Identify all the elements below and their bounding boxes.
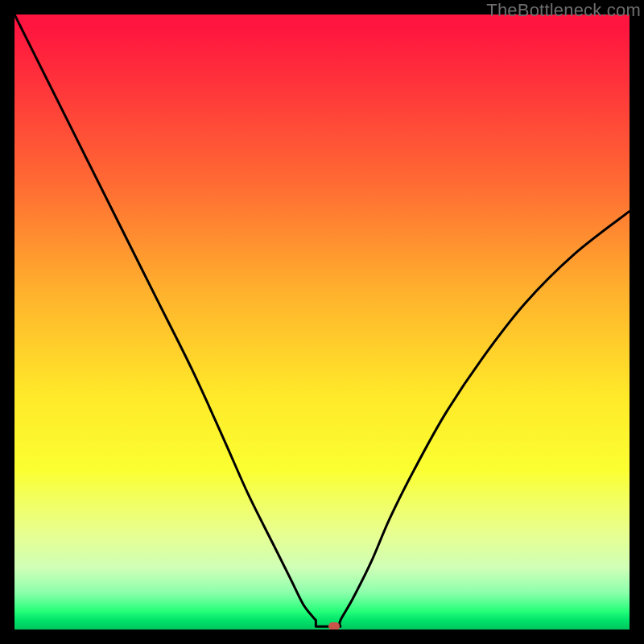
watermark-text: TheBottleneck.com xyxy=(486,0,641,21)
optimum-marker xyxy=(328,622,340,630)
plot-area xyxy=(14,14,630,630)
bottleneck-curve xyxy=(14,14,630,630)
chart-frame: TheBottleneck.com xyxy=(0,0,644,644)
